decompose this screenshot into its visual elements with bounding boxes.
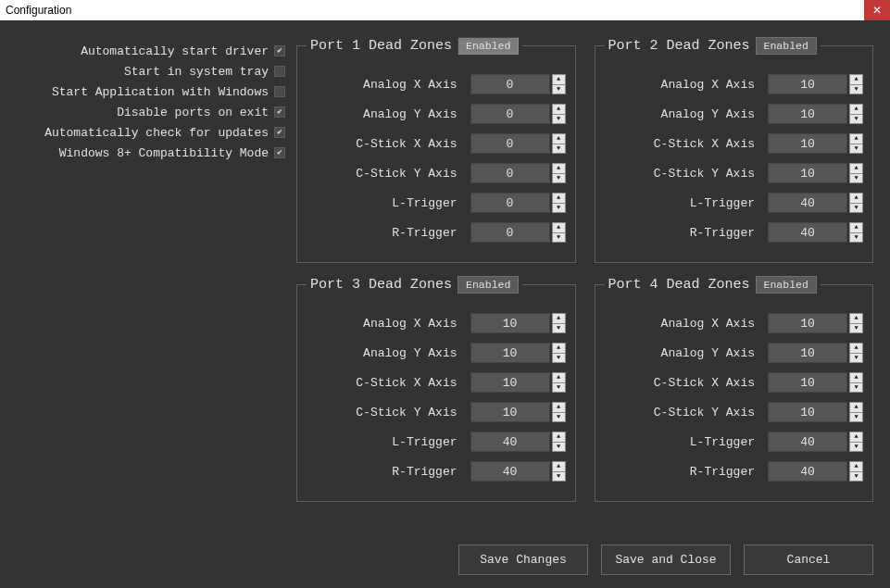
value-spinner[interactable]: 10▲▼ — [470, 402, 566, 422]
option-checkbox[interactable]: ✔ — [274, 45, 285, 56]
chevron-up-icon[interactable]: ▲ — [849, 74, 863, 84]
value-spinner[interactable]: 40▲▼ — [768, 222, 863, 243]
chevron-down-icon[interactable]: ▼ — [849, 114, 863, 125]
spinner-value[interactable]: 10 — [470, 343, 550, 363]
value-spinner[interactable]: 0▲▼ — [470, 163, 566, 183]
value-spinner[interactable]: 10▲▼ — [768, 343, 863, 363]
chevron-up-icon[interactable]: ▲ — [849, 432, 863, 442]
chevron-down-icon[interactable]: ▼ — [849, 323, 863, 334]
value-spinner[interactable]: 10▲▼ — [768, 313, 863, 333]
value-spinner[interactable]: 40▲▼ — [470, 432, 566, 452]
spinner-value[interactable]: 10 — [768, 402, 847, 422]
spinner-value[interactable]: 0 — [470, 74, 550, 94]
value-spinner[interactable]: 10▲▼ — [768, 402, 863, 422]
value-spinner[interactable]: 40▲▼ — [470, 461, 566, 482]
spinner-value[interactable]: 10 — [768, 343, 847, 363]
chevron-up-icon[interactable]: ▲ — [552, 74, 566, 84]
chevron-down-icon[interactable]: ▼ — [552, 84, 566, 95]
spinner-value[interactable]: 0 — [470, 104, 550, 124]
value-spinner[interactable]: 10▲▼ — [470, 372, 566, 393]
chevron-down-icon[interactable]: ▼ — [849, 173, 863, 184]
chevron-down-icon[interactable]: ▼ — [552, 412, 566, 423]
spinner-value[interactable]: 0 — [470, 163, 550, 183]
chevron-up-icon[interactable]: ▲ — [552, 222, 566, 232]
chevron-down-icon[interactable]: ▼ — [552, 471, 566, 482]
close-icon[interactable]: ✕ — [864, 0, 890, 20]
chevron-up-icon[interactable]: ▲ — [552, 163, 566, 173]
chevron-down-icon[interactable]: ▼ — [849, 442, 863, 453]
chevron-up-icon[interactable]: ▲ — [849, 461, 863, 471]
chevron-down-icon[interactable]: ▼ — [552, 144, 566, 155]
spinner-value[interactable]: 10 — [768, 74, 847, 94]
option-checkbox[interactable]: ✔ — [274, 127, 285, 138]
chevron-down-icon[interactable]: ▼ — [849, 144, 863, 155]
spinner-value[interactable]: 40 — [768, 222, 847, 243]
enabled-button[interactable]: Enabled — [458, 276, 519, 294]
value-spinner[interactable]: 10▲▼ — [470, 343, 566, 363]
chevron-up-icon[interactable]: ▲ — [552, 343, 566, 353]
spinner-value[interactable]: 10 — [768, 163, 847, 183]
value-spinner[interactable]: 0▲▼ — [470, 193, 566, 213]
chevron-down-icon[interactable]: ▼ — [552, 203, 566, 214]
spinner-value[interactable]: 10 — [768, 133, 847, 154]
chevron-up-icon[interactable]: ▲ — [849, 372, 863, 382]
value-spinner[interactable]: 10▲▼ — [768, 372, 863, 393]
chevron-down-icon[interactable]: ▼ — [849, 412, 863, 423]
spinner-value[interactable]: 0 — [470, 193, 550, 213]
chevron-up-icon[interactable]: ▲ — [849, 104, 863, 114]
option-checkbox[interactable] — [274, 66, 285, 77]
chevron-up-icon[interactable]: ▲ — [552, 432, 566, 442]
value-spinner[interactable]: 0▲▼ — [470, 104, 566, 124]
spinner-value[interactable]: 40 — [768, 432, 847, 452]
enabled-button[interactable]: Enabled — [458, 37, 519, 55]
spinner-value[interactable]: 10 — [470, 372, 550, 393]
spinner-value[interactable]: 40 — [768, 461, 847, 482]
spinner-value[interactable]: 10 — [470, 313, 550, 333]
chevron-down-icon[interactable]: ▼ — [849, 471, 863, 482]
value-spinner[interactable]: 10▲▼ — [768, 163, 863, 183]
value-spinner[interactable]: 0▲▼ — [470, 222, 566, 243]
value-spinner[interactable]: 10▲▼ — [768, 133, 863, 154]
chevron-up-icon[interactable]: ▲ — [849, 222, 863, 232]
spinner-value[interactable]: 0 — [470, 133, 550, 154]
chevron-down-icon[interactable]: ▼ — [849, 203, 863, 214]
chevron-up-icon[interactable]: ▲ — [552, 461, 566, 471]
spinner-value[interactable]: 40 — [470, 432, 550, 452]
chevron-down-icon[interactable]: ▼ — [552, 442, 566, 453]
enabled-button[interactable]: Enabled — [756, 37, 817, 55]
chevron-up-icon[interactable]: ▲ — [849, 133, 863, 144]
spinner-value[interactable]: 10 — [768, 372, 847, 393]
save-changes-button[interactable]: Save Changes — [458, 544, 588, 575]
chevron-up-icon[interactable]: ▲ — [849, 343, 863, 353]
chevron-down-icon[interactable]: ▼ — [552, 353, 566, 364]
chevron-down-icon[interactable]: ▼ — [849, 84, 863, 95]
chevron-up-icon[interactable]: ▲ — [552, 193, 566, 203]
value-spinner[interactable]: 0▲▼ — [470, 133, 566, 154]
chevron-down-icon[interactable]: ▼ — [552, 232, 566, 244]
chevron-up-icon[interactable]: ▲ — [849, 402, 863, 412]
spinner-value[interactable]: 40 — [470, 461, 550, 482]
option-checkbox[interactable] — [274, 86, 285, 97]
spinner-value[interactable]: 10 — [768, 104, 847, 124]
chevron-down-icon[interactable]: ▼ — [552, 382, 566, 394]
value-spinner[interactable]: 40▲▼ — [768, 193, 863, 213]
value-spinner[interactable]: 0▲▼ — [470, 74, 566, 94]
value-spinner[interactable]: 40▲▼ — [768, 461, 863, 482]
spinner-value[interactable]: 40 — [768, 193, 847, 213]
spinner-value[interactable]: 0 — [470, 222, 550, 243]
value-spinner[interactable]: 40▲▼ — [768, 432, 863, 452]
option-checkbox[interactable]: ✔ — [274, 106, 285, 118]
chevron-down-icon[interactable]: ▼ — [849, 382, 863, 394]
cancel-button[interactable]: Cancel — [744, 544, 873, 575]
enabled-button[interactable]: Enabled — [756, 276, 817, 294]
chevron-up-icon[interactable]: ▲ — [552, 402, 566, 412]
option-checkbox[interactable]: ✔ — [274, 147, 285, 158]
chevron-up-icon[interactable]: ▲ — [849, 313, 863, 323]
chevron-up-icon[interactable]: ▲ — [552, 133, 566, 144]
value-spinner[interactable]: 10▲▼ — [470, 313, 566, 333]
chevron-up-icon[interactable]: ▲ — [849, 193, 863, 203]
chevron-down-icon[interactable]: ▼ — [849, 353, 863, 364]
chevron-down-icon[interactable]: ▼ — [552, 114, 566, 125]
spinner-value[interactable]: 10 — [470, 402, 550, 422]
spinner-value[interactable]: 10 — [768, 313, 847, 333]
